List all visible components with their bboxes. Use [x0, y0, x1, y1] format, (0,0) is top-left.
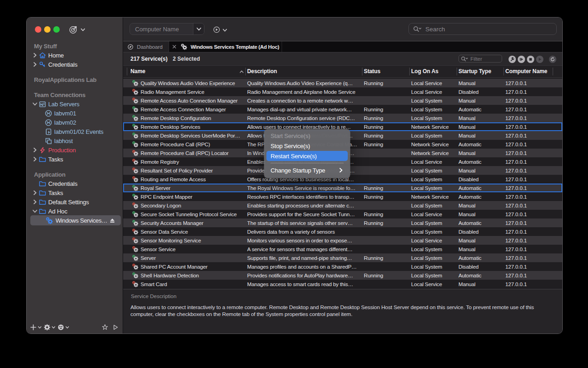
menu-item-stop-service-s[interactable]: Stop Service(s)	[266, 141, 348, 151]
cell-computer-name: 127.0.0.1	[505, 280, 553, 288]
connect-options-chevron-icon[interactable]	[222, 28, 227, 33]
column-header-description[interactable]: Description	[246, 66, 361, 77]
app-menu-button[interactable]	[68, 24, 89, 34]
search-icon	[413, 26, 422, 32]
cell-log-on-as: Local System	[411, 96, 456, 105]
sidebar-item-label: Default Settings	[48, 199, 89, 206]
sidebar-item-default-settings[interactable]: Default Settings	[27, 197, 123, 207]
search-input[interactable]: Search	[408, 23, 557, 35]
search-placeholder: Search	[425, 26, 445, 33]
table-row[interactable]: Shell Hardware Detection Provides notifi…	[123, 271, 562, 280]
cell-computer-name: 127.0.0.1	[505, 157, 553, 166]
resume-service-button[interactable]	[518, 56, 525, 63]
column-divider[interactable]	[457, 68, 457, 75]
disclosure-chevron-icon[interactable]	[32, 208, 38, 214]
column-divider[interactable]	[409, 68, 410, 75]
close-tab-icon[interactable]	[172, 44, 177, 49]
disclosure-chevron-icon[interactable]	[32, 190, 38, 196]
sidebar-item-labvm01-02-events[interactable]: labvm01/02 Events	[27, 127, 123, 136]
filter-input[interactable]: Filter	[458, 55, 502, 63]
column-divider[interactable]	[245, 68, 246, 75]
sidebar: My Stuff Home Credentials RoyalApplicati…	[27, 17, 123, 334]
sidebar-item-home[interactable]: Home	[27, 51, 123, 60]
cell-startup-type: Automatic	[458, 184, 503, 192]
cell-name: Remote Desktop Configuration	[141, 114, 245, 122]
table-row[interactable]: Shared PC Account Manager Manages profil…	[123, 262, 562, 271]
connect-play-button[interactable]	[213, 26, 220, 33]
zoom-window-button[interactable]	[53, 26, 60, 33]
tab-dashboard[interactable]: Dashboard	[123, 41, 169, 52]
column-header-log-on-as[interactable]: Log On As	[410, 66, 456, 77]
disclosure-chevron-icon[interactable]	[32, 199, 38, 205]
table-row[interactable]: Smart Card Manages access to smart cards…	[123, 280, 562, 288]
menu-item-change-startup-type[interactable]: Change Startup Type	[266, 165, 348, 175]
service-gear-icon	[132, 237, 139, 244]
sidebar-item-credentials[interactable]: Credentials	[27, 179, 123, 188]
table-row[interactable]: Secondary Logon Enables starting process…	[123, 201, 562, 210]
eject-icon[interactable]	[109, 217, 116, 224]
disclosure-chevron-icon[interactable]	[32, 62, 38, 67]
computer-name-dropdown-button[interactable]	[193, 23, 204, 34]
table-row[interactable]: Secure Socket Tunneling Protocol Service…	[123, 210, 562, 218]
table-row[interactable]: Sensor Data Service Delivers data from a…	[123, 227, 562, 236]
disclosure-chevron-icon[interactable]	[32, 156, 38, 162]
wrench-icon	[509, 57, 515, 62]
service-gear-icon	[132, 202, 139, 209]
sidebar-item-labvm01[interactable]: labvm01	[27, 109, 123, 118]
sidebar-item-tasks[interactable]: Tasks	[27, 188, 123, 197]
play-icon	[537, 57, 543, 62]
connections-button[interactable]	[57, 324, 69, 331]
disclosure-chevron-icon[interactable]	[32, 101, 38, 107]
close-window-button[interactable]	[35, 26, 41, 33]
column-header-name[interactable]: Name	[129, 66, 245, 77]
settings-button[interactable]	[44, 324, 56, 331]
table-row[interactable]: Remote Access Auto Connection Manager Cr…	[123, 96, 562, 105]
cell-name: Secondary Logon	[141, 201, 245, 210]
sidebar-item-labvm02[interactable]: labvm02	[27, 118, 123, 127]
run-button[interactable]	[112, 324, 119, 331]
table-row[interactable]: Sensor Monitoring Service Monitors vario…	[123, 236, 562, 245]
tab-windows-services-template[interactable]: Windows Services Template (Ad Hoc)	[169, 41, 282, 52]
cell-computer-name: 127.0.0.1	[505, 166, 553, 175]
sidebar-item-production[interactable]: Production	[27, 145, 123, 155]
stop-service-button[interactable]	[527, 56, 534, 63]
cell-startup-type: Manual	[458, 280, 503, 288]
cell-startup-type: Disabled	[458, 262, 503, 271]
column-header-computer-name[interactable]: Computer Name	[504, 66, 553, 77]
menu-item-restart-service-s[interactable]: Restart Service(s)	[266, 151, 348, 161]
stop-icon	[528, 57, 533, 62]
table-row[interactable]: Royal Server The Royal Windows Service i…	[123, 184, 562, 192]
table-row[interactable]: Sensor Service A service for sensors tha…	[123, 245, 562, 253]
minimize-window-button[interactable]	[44, 26, 51, 33]
column-divider[interactable]	[503, 68, 504, 75]
sidebar-item-tasks[interactable]: Tasks	[27, 155, 123, 164]
column-divider[interactable]	[362, 68, 362, 75]
disclosure-chevron-icon[interactable]	[32, 147, 38, 153]
table-row[interactable]: Radio Management Service Radio Managemen…	[123, 87, 562, 96]
sidebar-item-windows-services[interactable]: Windows Services…	[27, 216, 123, 225]
sidebar-item-icon	[39, 207, 46, 215]
column-header-status[interactable]: Status	[362, 66, 408, 77]
sidebar-item-labhost[interactable]: labhost	[27, 136, 123, 145]
cell-startup-type: Manual	[458, 79, 503, 87]
favorite-button[interactable]	[102, 324, 108, 331]
column-header-startup-type[interactable]: Startup Type	[457, 66, 503, 77]
table-row[interactable]: Security Accounts Manager The startup of…	[123, 218, 562, 227]
play-service-button[interactable]	[536, 56, 543, 63]
service-gear-icon	[132, 97, 139, 104]
wrench-service-button[interactable]	[509, 56, 516, 63]
table-row[interactable]: Server Supports file, print, and named-p…	[123, 253, 562, 262]
sidebar-item-credentials[interactable]: Credentials	[27, 60, 123, 69]
sidebar-item-lab-servers[interactable]: Lab Servers	[27, 99, 123, 109]
table-row[interactable]: Remote Desktop Configuration Remote Desk…	[123, 114, 562, 122]
disclosure-chevron-icon[interactable]	[32, 52, 38, 58]
column-divider[interactable]	[127, 68, 127, 75]
sidebar-item-ad-hoc[interactable]: Ad Hoc	[27, 207, 123, 216]
column-divider[interactable]	[553, 68, 553, 75]
add-button[interactable]	[30, 324, 42, 331]
table-row[interactable]: Remote Access Connection Manager Manages…	[123, 105, 562, 114]
computer-name-combobox[interactable]: Computer Name	[130, 23, 204, 35]
table-row[interactable]: Quality Windows Audio Video Experience Q…	[123, 79, 562, 87]
refresh-service-button[interactable]	[549, 56, 556, 63]
table-row[interactable]: RPC Endpoint Mapper Resolves RPC interfa…	[123, 192, 562, 201]
